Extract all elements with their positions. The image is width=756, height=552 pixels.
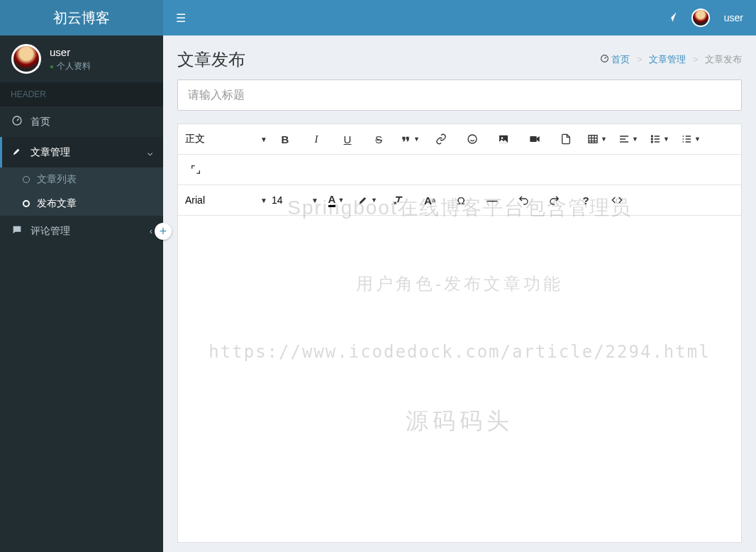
editor-box: 正文▼ B I U S ▼ ▼ ▼ ▼ ▼	[177, 79, 742, 543]
submenu-item-publish[interactable]: 发布文章	[0, 192, 163, 216]
location-icon[interactable]	[666, 11, 677, 25]
special-char-button[interactable]: Ω	[446, 189, 476, 211]
watermark-text: 源码码头	[178, 406, 741, 437]
svg-point-7	[651, 136, 652, 137]
superscript-button[interactable]: Aa	[415, 189, 445, 211]
sidebar-item-label: 评论管理	[30, 225, 70, 238]
editor-body[interactable]: Springboot在线博客平台包含管理员 用户角色-发布文章功能 https:…	[178, 216, 741, 542]
strike-button[interactable]: S	[364, 128, 394, 150]
sidebar-item-articles[interactable]: 文章管理 ⌵	[0, 137, 163, 167]
title-input[interactable]	[177, 79, 742, 111]
sidebar-item-home[interactable]: 首页	[0, 106, 163, 137]
sidebar-section-header: HEADER	[0, 82, 163, 106]
toolbar-row-2	[178, 155, 741, 185]
font-family-select[interactable]: Arial▼	[184, 192, 269, 209]
topbar-username[interactable]: user	[724, 12, 743, 23]
topbar-avatar[interactable]	[691, 9, 710, 27]
svg-point-4	[501, 137, 504, 139]
help-button[interactable]: ?	[571, 189, 601, 211]
breadcrumb-current: 文章发布	[705, 54, 742, 65]
chevron-down-icon: ⌵	[148, 148, 152, 158]
highlight-button[interactable]: ▼	[352, 189, 382, 211]
svg-rect-5	[530, 136, 536, 142]
bold-button[interactable]: B	[270, 128, 300, 150]
page-title: 文章发布	[177, 48, 245, 71]
code-view-button[interactable]	[602, 189, 632, 211]
video-button[interactable]	[520, 128, 550, 150]
align-button[interactable]: ▼	[613, 128, 643, 150]
add-button[interactable]: +	[155, 223, 172, 240]
dashboard-icon	[11, 115, 23, 128]
status-dot-icon: ●	[50, 62, 54, 70]
submenu-articles: 文章列表 发布文章	[0, 167, 163, 216]
file-button[interactable]	[551, 128, 581, 150]
watermark-text: https://www.icodedock.com/article/2294.h…	[178, 342, 741, 362]
brand-logo[interactable]: 初云博客	[0, 0, 163, 35]
main-content: 文章发布 首页 > 文章管理 > 文章发布 正文▼ B I U S ▼	[163, 0, 756, 552]
redo-button[interactable]	[540, 189, 569, 211]
sidebar-menu: 首页 文章管理 ⌵ 文章列表 发布文章 评论管理 ‹	[0, 106, 163, 246]
rich-editor: 正文▼ B I U S ▼ ▼ ▼ ▼ ▼	[177, 123, 742, 543]
underline-button[interactable]: U	[333, 128, 362, 150]
paragraph-style-select[interactable]: 正文▼	[184, 130, 269, 148]
dashboard-icon	[600, 54, 612, 65]
circle-icon	[23, 200, 30, 207]
emoji-button[interactable]	[457, 128, 487, 150]
quote-button[interactable]: ▼	[395, 128, 425, 150]
svg-rect-6	[589, 136, 597, 143]
comment-icon	[11, 224, 23, 238]
ordered-list-button[interactable]: ▼	[645, 128, 674, 150]
link-button[interactable]	[426, 128, 456, 150]
svg-point-8	[651, 138, 652, 140]
svg-point-9	[651, 141, 652, 143]
sidebar: 初云博客 user ●个人资料 HEADER 首页 文章管理 ⌵ 文章列表	[0, 0, 163, 552]
caret-down-icon: ▼	[260, 136, 267, 143]
svg-point-2	[468, 135, 477, 143]
hr-button[interactable]: —	[477, 189, 507, 211]
sidebar-item-label: 文章管理	[30, 146, 70, 159]
image-button[interactable]	[489, 128, 518, 150]
breadcrumb-parent[interactable]: 文章管理	[649, 54, 686, 65]
brush-icon	[11, 145, 23, 159]
content-header: 文章发布 首页 > 文章管理 > 文章发布	[163, 35, 756, 79]
user-profile-link[interactable]: ●个人资料	[50, 60, 91, 72]
submenu-item-article-list[interactable]: 文章列表	[0, 167, 163, 192]
toolbar-row-1: 正文▼ B I U S ▼ ▼ ▼ ▼ ▼	[178, 124, 741, 155]
breadcrumb: 首页 > 文章管理 > 文章发布	[600, 53, 742, 66]
clear-format-button[interactable]	[384, 189, 413, 211]
table-button[interactable]: ▼	[582, 128, 612, 150]
fullscreen-button[interactable]	[184, 159, 208, 180]
circle-icon	[23, 176, 30, 183]
font-size-select[interactable]: 14▼	[270, 192, 320, 209]
sidebar-item-label: 首页	[30, 116, 50, 128]
toolbar-row-3: Arial▼ 14▼ A▼ ▼ Aa Ω — ?	[178, 185, 741, 216]
breadcrumb-home[interactable]: 首页	[611, 54, 630, 65]
chevron-left-icon: ‹	[150, 226, 152, 236]
topbar: ☰ user	[163, 0, 756, 35]
caret-down-icon: ▼	[311, 197, 318, 204]
hamburger-icon[interactable]: ☰	[176, 11, 186, 25]
undo-button[interactable]	[508, 189, 538, 211]
sidebar-item-comments[interactable]: 评论管理 ‹	[0, 216, 163, 246]
watermark-text: 用户角色-发布文章功能	[178, 272, 741, 295]
caret-down-icon: ▼	[260, 197, 267, 204]
user-name: user	[50, 46, 91, 58]
unordered-list-button[interactable]: ▼	[676, 128, 706, 150]
user-panel[interactable]: user ●个人资料	[0, 35, 163, 82]
font-color-button[interactable]: A▼	[321, 189, 351, 211]
italic-button[interactable]: I	[301, 128, 331, 150]
avatar	[11, 44, 41, 74]
